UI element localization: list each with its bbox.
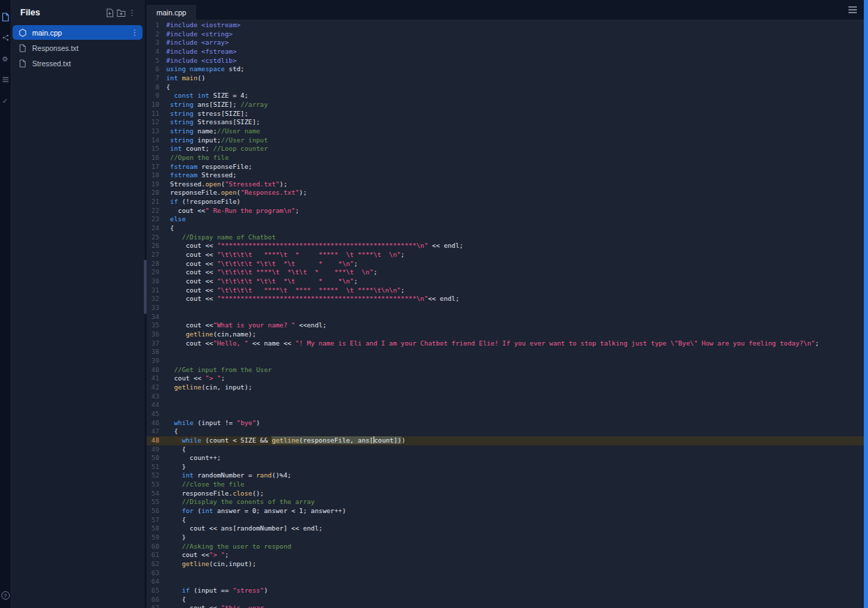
code-line[interactable]: 39 — [147, 357, 864, 366]
code-line[interactable]: 67 cout << "this year — [147, 604, 864, 608]
line-number: 5 — [147, 57, 166, 66]
code-line[interactable]: 44 — [147, 401, 864, 410]
code-line[interactable]: 9 const int SIZE = 4; — [147, 91, 864, 101]
line-number: 1 — [147, 21, 166, 30]
code-line[interactable]: 1#include <iostream> — [147, 21, 864, 30]
line-content: //Asking the user to respond — [166, 542, 291, 551]
code-line[interactable]: 30 cout << "\t\t\t\t *\t\t *\t * *\n"; — [147, 277, 864, 286]
line-content: Stressed.open("Stressed.txt"); — [166, 180, 288, 189]
code-line[interactable]: 56 for (int answer = 0; answer < 1; answ… — [147, 507, 864, 516]
code-line[interactable]: 52 int randomNumber = rand()%4; — [147, 471, 864, 480]
line-number: 29 — [147, 268, 166, 277]
code-line[interactable]: 13 string name;//User name — [147, 127, 864, 136]
checklist-icon[interactable]: ✓ — [1, 96, 10, 105]
line-number: 65 — [147, 586, 166, 595]
add-folder-icon[interactable] — [115, 7, 126, 18]
code-line[interactable]: 21 if (!responseFile) — [147, 198, 864, 207]
code-line[interactable]: 24 { — [147, 224, 864, 233]
file-item-responses-txt[interactable]: Responses.txt — [13, 40, 142, 55]
code-line[interactable]: 27 cout << "\t\t\t\t ****\t * ***** \t *… — [147, 251, 864, 260]
code-line[interactable]: 4#include <fstream> — [147, 47, 864, 57]
line-content: cout << "*******************************… — [166, 295, 459, 304]
code-line[interactable]: 37 cout <<"Hello, " << name << "! My nam… — [147, 339, 864, 348]
code-line[interactable]: 6using namespace std; — [147, 65, 864, 74]
file-item-stressed-txt[interactable]: Stressed.txt — [13, 56, 142, 71]
settings-gear-icon[interactable]: ⚙ — [1, 54, 10, 63]
code-line[interactable]: 12 string Stressans[SIZE]; — [147, 118, 864, 127]
code-line[interactable]: 26 cout << "****************************… — [147, 242, 864, 251]
console-icon[interactable] — [1, 75, 10, 84]
code-line[interactable]: 8{ — [147, 83, 864, 92]
code-line[interactable]: 15 int count; //Loop counter — [147, 144, 864, 154]
code-line[interactable]: 38 — [147, 348, 864, 357]
code-line[interactable]: 2#include <string> — [147, 30, 864, 39]
code-line[interactable]: 46 while (input != "bye") — [147, 419, 864, 428]
add-file-icon[interactable] — [104, 7, 115, 18]
code-line[interactable]: 7int main() — [147, 74, 864, 83]
line-number: 3 — [147, 38, 166, 47]
line-number: 17 — [147, 163, 166, 172]
files-panel-title: Files — [20, 8, 104, 17]
code-line[interactable]: 47 { — [147, 427, 864, 436]
code-line[interactable]: 59 } — [147, 533, 864, 542]
code-line[interactable]: 10 string ans[SIZE]; //array — [147, 101, 864, 110]
code-line[interactable]: 48 while (count < SIZE && getline(respon… — [147, 436, 864, 445]
code-line[interactable]: 61 cout <<"> "; — [147, 551, 864, 560]
code-line[interactable]: 66 { — [147, 595, 864, 605]
more-options-icon[interactable]: ⋮ — [126, 7, 138, 18]
code-line[interactable]: 42 getline(cin, input); — [147, 383, 864, 392]
code-line[interactable]: 18 fstream Stressed; — [147, 171, 864, 180]
code-line[interactable]: 11 string stress[SIZE]; — [147, 110, 864, 119]
code-line[interactable]: 35 cout <<"What is your name? " <<endl; — [147, 321, 864, 330]
line-number: 43 — [147, 392, 166, 401]
code-line[interactable]: 58 cout << ans[randomNumber] << endl; — [147, 524, 864, 533]
line-number: 63 — [147, 569, 166, 578]
code-line[interactable]: 22 cout <<" Re-Run the program\n"; — [147, 207, 864, 216]
line-content: responseFile.close(); — [166, 489, 264, 498]
code-line[interactable]: 19 Stressed.open("Stressed.txt"); — [147, 180, 864, 189]
code-line[interactable]: 23 else — [147, 215, 864, 224]
code-line[interactable]: 54 responseFile.close(); — [147, 489, 864, 498]
code-line[interactable]: 57 { — [147, 516, 864, 525]
files-icon[interactable] — [1, 13, 10, 21]
code-line[interactable]: 41 cout << "> "; — [147, 374, 864, 383]
code-line[interactable]: 64 — [147, 577, 864, 586]
line-number: 11 — [147, 110, 166, 119]
code-line[interactable]: 5#include <cstdlib> — [147, 57, 864, 66]
file-item-main-cpp[interactable]: main.cpp ⋮ — [13, 25, 142, 40]
code-line[interactable]: 40 //Get input from the User — [147, 366, 864, 375]
hamburger-menu-icon[interactable] — [848, 6, 857, 13]
code-line[interactable]: 63 — [147, 569, 864, 578]
code-line[interactable]: 25 //Dispay name of Chatbot — [147, 233, 864, 242]
code-line[interactable]: 65 if (input == "stress") — [147, 586, 864, 595]
code-line[interactable]: 34 — [147, 313, 864, 322]
version-control-icon[interactable] — [1, 34, 10, 42]
code-area[interactable]: 1#include <iostream>2#include <string>3#… — [147, 20, 864, 608]
code-line[interactable]: 32 cout << "****************************… — [147, 295, 864, 304]
code-line[interactable]: 60 //Asking the user to respond — [147, 542, 864, 551]
code-line[interactable]: 33 — [147, 304, 864, 313]
code-line[interactable]: 62 getline(cin,input); — [147, 560, 864, 569]
code-line[interactable]: 49 { — [147, 445, 864, 454]
code-line[interactable]: 36 getline(cin,name); — [147, 330, 864, 339]
code-line[interactable]: 53 //close the file — [147, 480, 864, 489]
code-line[interactable]: 31 cout << "\t\t\t\t ****\t **** ***** \… — [147, 286, 864, 295]
code-line[interactable]: 14 string input;//User input — [147, 136, 864, 145]
code-line[interactable]: 16 //Open the file — [147, 154, 864, 163]
tab-main-cpp[interactable]: main.cpp — [147, 5, 196, 20]
line-number: 33 — [147, 304, 166, 313]
code-line[interactable]: 29 cout << "\t\t\t\t ****\t *\t\t * ***\… — [147, 268, 864, 277]
code-line[interactable]: 17 fstream responseFile; — [147, 163, 864, 172]
code-line[interactable]: 3#include <array> — [147, 38, 864, 47]
code-line[interactable]: 43 — [147, 392, 864, 401]
file-item-more-icon[interactable]: ⋮ — [131, 29, 138, 36]
code-line[interactable]: 50 count++; — [147, 454, 864, 463]
code-line[interactable]: 28 cout << "\t\t\t\t *\t\t *\t * *\n"; — [147, 260, 864, 269]
file-item-label: Responses.txt — [32, 44, 79, 52]
code-line[interactable]: 20 responseFile.open("Responses.txt"); — [147, 188, 864, 198]
help-icon[interactable]: ? — [1, 591, 10, 600]
code-line[interactable]: 55 //Display the conents of the array — [147, 498, 864, 507]
code-line[interactable]: 45 — [147, 410, 864, 419]
line-content: responseFile.open("Responses.txt"); — [166, 188, 307, 198]
code-line[interactable]: 51 } — [147, 463, 864, 472]
